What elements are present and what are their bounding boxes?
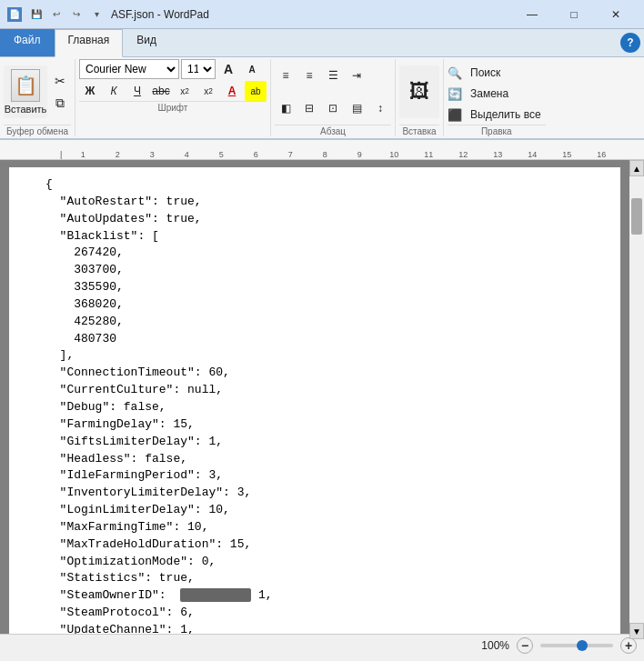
picture-icon: 🖼	[409, 80, 429, 104]
align-center2-btn[interactable]: ⊟	[298, 98, 320, 118]
ruler-6: 6	[238, 150, 273, 159]
json-line: 267420,	[45, 245, 606, 262]
scroll-down-btn[interactable]: ▼	[629, 623, 644, 634]
italic-btn[interactable]: К	[103, 81, 125, 101]
document-container: { "AutoRestart": true, "AutoUpdates": tr…	[0, 160, 644, 634]
json-line: "Debug": false,	[45, 399, 606, 416]
json-line: "OptimizationMode": 0,	[45, 554, 606, 571]
json-line: "InventoryLimiterDelay": 3,	[45, 485, 606, 502]
json-line: "Headless": false,	[45, 451, 606, 468]
find-btn[interactable]: Поиск	[466, 63, 505, 83]
clipboard-label: Буфер обмена	[4, 125, 71, 136]
grow-font-btn[interactable]: A	[217, 59, 239, 79]
undo-btn[interactable]: ↩	[47, 5, 65, 24]
font-size-select[interactable]: 11	[181, 59, 216, 79]
font-row2: Ж К Ч abc x2 x2 A ab	[79, 81, 267, 101]
json-line: "AutoRestart": true,	[45, 194, 606, 211]
save-quick-btn[interactable]: 💾	[27, 5, 45, 24]
shrink-font-btn[interactable]: A	[241, 59, 263, 79]
selectall-icon: ⬛	[448, 108, 462, 122]
find-row: 🔍 Поиск	[448, 63, 505, 83]
json-line: "MaxFarmingTime": 10,	[45, 519, 606, 536]
tab-view[interactable]: Вид	[123, 29, 170, 56]
ruler-2: 2	[100, 150, 135, 159]
json-line: "UpdateChannel": 1,	[45, 622, 606, 634]
ribbon-area: Файл Главная Вид ? 📋 Вставить ✂ ⧉ Бу	[0, 29, 644, 140]
ruler-3: 3	[135, 150, 169, 159]
font-color-btn[interactable]: A	[221, 81, 243, 101]
align-left2-btn[interactable]: ◧	[275, 98, 297, 118]
maximize-btn[interactable]: □	[553, 0, 595, 29]
zoom-in-btn[interactable]: +	[620, 637, 637, 654]
close-btn[interactable]: ✕	[595, 0, 637, 29]
align-left-btn[interactable]: ≡	[275, 65, 297, 85]
scroll-up-btn[interactable]: ▲	[629, 160, 644, 176]
bold-btn[interactable]: Ж	[79, 81, 101, 101]
replace-row: 🔄 Замена	[448, 84, 513, 104]
copy-btn[interactable]: ⧉	[49, 93, 71, 113]
minimize-btn[interactable]: —	[511, 0, 553, 29]
ruler-marker: |	[60, 150, 62, 159]
json-line: 480730	[45, 331, 606, 348]
paragraph-row1: ≡ ≡ ☰ ⇥	[275, 59, 391, 92]
json-line: "Statistics": true,	[45, 570, 606, 587]
list-bullets-btn[interactable]: ☰	[322, 65, 344, 85]
zoom-thumb[interactable]	[577, 640, 588, 651]
superscript-btn[interactable]: x2	[197, 81, 219, 101]
ruler-content: | 1 2 3 4 5 6 7 8 9 10 11 12 13 14 15 16	[60, 150, 644, 159]
ruler: | 1 2 3 4 5 6 7 8 9 10 11 12 13 14 15 16	[0, 140, 644, 160]
title-bar-left: 📄 💾 ↩ ↪ ▾ ASF.json - WordPad	[7, 5, 209, 24]
replace-btn[interactable]: Замена	[466, 84, 513, 104]
help-button[interactable]: ?	[620, 33, 640, 53]
cut-btn[interactable]: ✂	[49, 71, 71, 91]
json-line: 303700,	[45, 262, 606, 279]
underline-btn[interactable]: Ч	[126, 81, 148, 101]
line-spacing-btn[interactable]: ↕	[369, 98, 391, 118]
quick-access-toolbar: 💾 ↩ ↪ ▾	[27, 5, 106, 24]
insert-label: Вставка	[399, 125, 439, 136]
paste-button[interactable]: 📋 Вставить	[4, 65, 47, 118]
highlight-btn[interactable]: ab	[245, 81, 267, 101]
quick-access-more[interactable]: ▾	[87, 5, 106, 24]
justify-btn[interactable]: ▤	[346, 98, 367, 118]
clipboard-group: 📋 Вставить ✂ ⧉ Буфер обмена	[0, 59, 75, 136]
tab-home[interactable]: Главная	[55, 29, 124, 57]
json-line: "LoginLimiterDelay": 10,	[45, 502, 606, 519]
json-line: "Blacklist": [	[45, 228, 606, 245]
redacted-value	[180, 588, 251, 602]
json-line: "MaxTradeHoldDuration": 15,	[45, 536, 606, 554]
ruler-8: 8	[307, 150, 342, 159]
paste-icon: 📋	[11, 69, 40, 102]
json-line: "GiftsLimiterDelay": 1,	[45, 434, 606, 451]
ribbon-tabs-row: Файл Главная Вид ?	[0, 29, 644, 57]
json-line: ],	[45, 347, 606, 365]
paragraph-label: Абзац	[275, 125, 391, 136]
subscript-btn[interactable]: x2	[174, 81, 196, 101]
ruler-16: 16	[584, 150, 619, 159]
font-label: Шрифт	[79, 101, 267, 113]
select-all-btn[interactable]: Выделить все	[466, 105, 546, 125]
align-center-btn[interactable]: ≡	[298, 65, 320, 85]
list-indent-btn[interactable]: ⇥	[346, 65, 367, 85]
zoom-slider[interactable]	[540, 644, 613, 647]
tab-file[interactable]: Файл	[0, 29, 55, 56]
insert-picture-btn[interactable]: 🖼	[399, 65, 439, 118]
status-bar: 100% − +	[0, 634, 644, 656]
vertical-scrollbar[interactable]: ▲ ▼	[629, 160, 644, 634]
align-right-btn[interactable]: ⊡	[322, 98, 344, 118]
ribbon-body: 📋 Вставить ✂ ⧉ Буфер обмена Courier New	[0, 57, 644, 138]
strikethrough-btn[interactable]: abc	[150, 81, 172, 101]
ruler-13: 13	[480, 150, 515, 159]
scroll-thumb[interactable]	[631, 198, 642, 235]
ruler-12: 12	[446, 150, 480, 159]
redo-btn[interactable]: ↪	[67, 5, 86, 24]
document-page[interactable]: { "AutoRestart": true, "AutoUpdates": tr…	[9, 167, 620, 634]
json-line: 368020,	[45, 296, 606, 314]
json-line: {	[45, 176, 606, 194]
zoom-out-btn[interactable]: −	[517, 637, 533, 654]
paste-label: Вставить	[5, 104, 47, 115]
font-family-select[interactable]: Courier New	[79, 59, 179, 79]
json-line: "SteamProtocol": 6,	[45, 605, 606, 622]
document-area[interactable]: { "AutoRestart": true, "AutoUpdates": tr…	[0, 160, 629, 634]
ruler-5: 5	[204, 150, 238, 159]
